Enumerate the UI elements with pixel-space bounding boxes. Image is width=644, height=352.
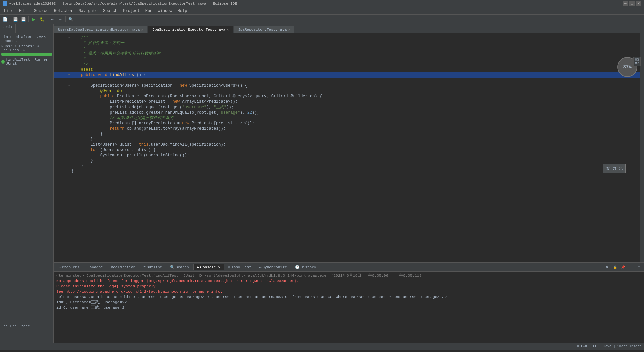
menu-help[interactable]: Help <box>175 8 190 14</box>
fold-gutter <box>67 51 71 56</box>
tab-usersdao-close[interactable]: ✕ <box>141 28 143 32</box>
editor-area: UsersDaoJpaSpecificationExecutor.java ✕ … <box>54 24 644 343</box>
toolbar-run-button[interactable]: ▶ <box>30 16 37 23</box>
toolbar-prev-button[interactable]: ← <box>49 16 56 23</box>
code-content: // 此时条件之间是没有任何关系的 <box>71 115 639 121</box>
code-line: return cb.and(preList.toArray(arrayPredi… <box>54 126 640 131</box>
fold-gutter <box>67 104 71 110</box>
line-number <box>55 67 67 72</box>
console-scroll-lock-button[interactable]: 🔒 <box>611 264 619 271</box>
tab-outline[interactable]: ≡Outline <box>140 264 166 270</box>
line-number <box>55 62 67 67</box>
fold-gutter <box>67 115 71 121</box>
maximize-button[interactable]: □ <box>629 1 635 6</box>
failures-count: Failures: 0 <box>1 48 26 52</box>
tab-history[interactable]: 🕐History <box>291 264 320 270</box>
menu-refactor[interactable]: Refactor <box>51 8 76 14</box>
right-scrollbar[interactable] <box>640 33 644 262</box>
line-number <box>55 142 67 147</box>
console-result-line-2: id=6, username=王武, userage=24 <box>56 305 641 310</box>
toolbar-debug-button[interactable]: 🐛 <box>38 16 46 23</box>
toolbar-save-all-button[interactable]: 💾 <box>20 16 27 23</box>
toolbar: 📄 💾 💾 ▶ 🐛 ← → 🔍 <box>0 15 644 24</box>
editor-tabs: UsersDaoJpaSpecificationExecutor.java ✕ … <box>54 24 644 33</box>
tab-console[interactable]: ▶Console ✕ <box>193 264 224 270</box>
toolbar-next-button[interactable]: → <box>57 16 64 23</box>
line-number <box>55 51 67 56</box>
menu-file[interactable]: File <box>1 8 16 14</box>
code-content: @Override <box>71 88 639 94</box>
code-area[interactable]: ▾ /** * 多条件查询：方式一 * <box>54 33 640 262</box>
tab-problems[interactable]: ⚠Problems <box>55 264 83 270</box>
bottom-toolbar: ✕ 🔒 📌 _ □ <box>603 264 643 271</box>
title-text: workSpaces_idea202003 - SpringDataJpa/sr… <box>9 2 237 6</box>
code-content: preList.add(cb.greaterThanOrEqualTo(root… <box>71 110 639 115</box>
code-line: Predicate[] arrayPredicates = new Predic… <box>54 121 640 126</box>
test-item: findAllTest [Runner: JUnit <box>1 57 52 66</box>
close-button[interactable]: ✕ <box>636 1 641 6</box>
line-number <box>55 40 67 46</box>
toolbar-new-button[interactable]: 📄 <box>1 16 9 23</box>
tab-jpaspec[interactable]: JpaSpecificationExecutorTest.java ✕ <box>148 26 233 33</box>
menu-source[interactable]: Source <box>31 8 51 14</box>
tab-javadoc[interactable]: Javadoc <box>84 264 106 270</box>
fold-gutter[interactable]: ▾ <box>67 83 71 88</box>
console-content[interactable]: <terminated> JpaSpecificationExecutorTes… <box>54 272 644 343</box>
tab-declaration[interactable]: Declaration <box>107 264 139 270</box>
cn-badge-text: 友 力 北 <box>606 166 623 171</box>
code-line: preList.add(cb.greaterThanOrEqualTo(root… <box>54 110 640 115</box>
fold-gutter[interactable]: ▾ <box>67 72 71 78</box>
test-pass-icon <box>1 60 5 64</box>
toolbar-search-button[interactable]: 🔍 <box>67 16 74 23</box>
code-line: System.out.println(users.toString()); <box>54 153 640 158</box>
tab-jparepository[interactable]: JpaRepositoryTest.java ✕ <box>234 26 294 33</box>
fold-gutter <box>67 40 71 46</box>
tab-usersdao[interactable]: UsersDaoJpaSpecificationExecutor.java ✕ <box>54 26 147 33</box>
minimize-button[interactable]: ─ <box>623 1 628 6</box>
code-content: Predicate[] arrayPredicates = new Predic… <box>71 121 639 126</box>
menu-project[interactable]: Project <box>120 8 142 14</box>
console-terminated-line: <terminated> JpaSpecificationExecutorTes… <box>56 273 641 278</box>
code-content: preList.add(cb.equal(root.get("username"… <box>71 104 639 110</box>
menu-bar: File Edit Source Refactor Navigate Searc… <box>0 7 644 15</box>
menu-run[interactable]: Run <box>143 8 155 14</box>
menu-edit[interactable]: Edit <box>16 8 31 14</box>
code-content: /** <box>71 35 639 40</box>
fold-gutter[interactable]: ▾ <box>67 35 71 40</box>
tab-jparepository-close[interactable]: ✕ <box>288 28 290 32</box>
console-minimize-button[interactable]: _ <box>627 264 635 271</box>
runs-count: Runs: 1 <box>1 44 17 48</box>
perf-percent: 37% <box>623 64 631 70</box>
outline-icon: ≡ <box>143 265 146 269</box>
menu-search[interactable]: Search <box>100 8 120 14</box>
run-info: Finished after 4.555 seconds <box>1 35 52 43</box>
tab-jpaspec-close[interactable]: ✕ <box>227 28 229 32</box>
line-number <box>55 46 67 51</box>
tab-task-list[interactable]: ☑Task List <box>225 264 255 270</box>
fold-gutter <box>67 169 71 174</box>
line-number <box>55 83 67 88</box>
console-pin-button[interactable]: 📌 <box>619 264 627 271</box>
search-icon: 🔍 <box>170 265 175 269</box>
code-content: * 多条件查询：方式一 <box>71 40 639 46</box>
bottom-panel: ⚠Problems Javadoc Declaration ≡Outline 🔍… <box>54 262 644 343</box>
tab-search[interactable]: 🔍Search <box>166 264 193 270</box>
tab-synchronize[interactable]: ↔Synchronize <box>256 264 291 270</box>
fold-gutter <box>67 158 71 163</box>
toolbar-save-button[interactable]: 💾 <box>12 16 19 23</box>
code-content: * 需求：使用用户名字和年龄进行数据查询 <box>71 51 639 56</box>
code-line: * <box>54 56 640 62</box>
menu-window[interactable]: Window <box>155 8 175 14</box>
code-line: } <box>54 169 640 174</box>
code-content: System.out.println(users.toString()); <box>71 153 639 158</box>
junit-tab[interactable]: JUnit <box>0 24 16 33</box>
console-maximize-button[interactable]: □ <box>635 264 643 271</box>
line-number <box>55 163 67 169</box>
line-number <box>55 121 67 126</box>
line-number <box>55 147 67 153</box>
fold-gutter <box>67 142 71 147</box>
menu-navigate[interactable]: Navigate <box>76 8 100 14</box>
left-panel: JUnit Finished after 4.555 seconds Runs:… <box>0 24 54 343</box>
run-counts: Runs: 1 Errors: 0 Failures: 0 <box>1 44 52 52</box>
console-clear-button[interactable]: ✕ <box>603 264 611 271</box>
